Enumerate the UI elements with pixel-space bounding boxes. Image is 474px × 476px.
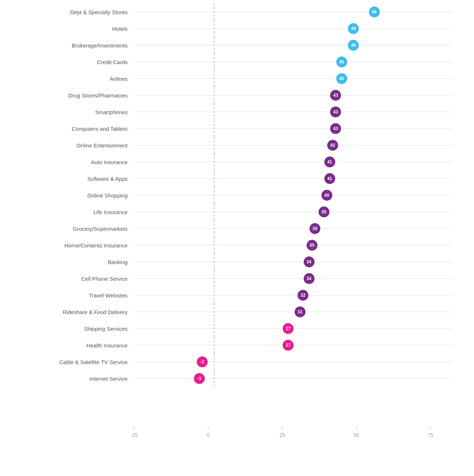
- chart-row: Cable & Satellite TV Service-2: [0, 354, 474, 370]
- row-label: Life Insurance: [0, 209, 134, 215]
- zero-dashed-line: [214, 87, 215, 104]
- chart-row: Home/Contents Insurance35: [0, 237, 474, 254]
- value-dot: 32: [298, 290, 308, 301]
- zero-dashed-line: [214, 154, 215, 170]
- row-label: Computers and Tablets: [0, 126, 134, 132]
- row-bg-line: [134, 262, 452, 262]
- value-dot: 43: [330, 90, 341, 101]
- row-bg-line: [134, 295, 452, 296]
- row-label: Credit Cards: [0, 59, 134, 65]
- row-label: Brokerage/Investments: [0, 42, 134, 49]
- row-bg-line: [134, 279, 452, 279]
- value-dot: 34: [304, 273, 315, 284]
- zero-dashed-line: [214, 104, 215, 120]
- row-label: Software & Apps: [0, 176, 134, 182]
- row-label: Online Entertainment: [0, 142, 134, 149]
- row-label: Dept & Specialty Stores: [0, 9, 134, 15]
- zero-dashed-line: [214, 270, 215, 287]
- row-label: Grocery/Supermarkets: [0, 226, 134, 232]
- value-dot: 34: [304, 256, 315, 267]
- chart-row: Banking34: [0, 254, 474, 270]
- value-dot: 49: [348, 23, 359, 34]
- zero-dashed-line: [214, 370, 215, 387]
- zero-dashed-line: [214, 320, 215, 337]
- zero-dashed-line: [214, 237, 215, 254]
- value-dot: 40: [321, 190, 332, 201]
- zero-dashed-line: [214, 4, 215, 20]
- chart-row: Software & Apps41: [0, 170, 474, 187]
- chart-row: Dept & Specialty Stores56: [0, 4, 474, 20]
- chart-row: Shipping Services27: [0, 320, 474, 337]
- row-bg-line: [134, 95, 452, 96]
- zero-dashed-line: [214, 37, 215, 54]
- zero-dashed-line: [214, 220, 215, 237]
- chart-row: Grocery/Supermarkets36: [0, 220, 474, 237]
- row-bg-line: [134, 79, 452, 79]
- row-bg-line: [134, 145, 452, 146]
- row-bg-line: [134, 29, 452, 29]
- zero-dashed-line: [214, 287, 215, 304]
- zero-dashed-line: [214, 70, 215, 87]
- zero-dashed-line: [214, 120, 215, 137]
- row-label: Rideshare & Food Delivery: [0, 309, 134, 315]
- value-dot: 42: [327, 140, 338, 151]
- zero-dashed-line: [214, 187, 215, 204]
- row-bg-line: [134, 112, 452, 112]
- chart-row: Life Insurance39: [0, 204, 474, 220]
- row-label: Airlines: [0, 76, 134, 82]
- row-label: Cell Phone Service: [0, 276, 134, 282]
- zero-dashed-line: [214, 54, 215, 70]
- row-label: Health Insurance: [0, 342, 134, 348]
- chart-row: Auto Insurance41: [0, 154, 474, 170]
- row-bg-line: [134, 129, 452, 129]
- chart-row: Computers and Tablets43: [0, 120, 474, 137]
- row-bg-line: [134, 379, 452, 379]
- zero-dashed-line: [214, 204, 215, 220]
- row-label: Smartphones: [0, 109, 134, 115]
- value-dot: 45: [336, 73, 347, 84]
- row-bg-line: [134, 362, 452, 362]
- zero-dashed-line: [214, 304, 215, 320]
- row-label: Hotels: [0, 26, 134, 32]
- row-label: Cable & Satellite TV Service: [0, 359, 134, 365]
- chart-row: Smartphones43: [0, 104, 474, 120]
- row-label: Drug Stores/Pharmacies: [0, 92, 134, 99]
- row-label: Travel Websites: [0, 292, 134, 298]
- row-bg-line: [134, 245, 452, 246]
- chart-container: -250255075 Dept & Specialty Stores56Hote…: [0, 0, 474, 476]
- row-bg-line: [134, 45, 452, 46]
- value-dot: -2: [197, 356, 208, 367]
- row-label: Banking: [0, 259, 134, 265]
- value-dot: 49: [348, 40, 359, 51]
- chart-row: Online Shopping40: [0, 187, 474, 204]
- value-dot: 56: [369, 7, 380, 17]
- row-bg-line: [134, 312, 452, 312]
- chart-row: Cell Phone Service34: [0, 270, 474, 287]
- row-bg-line: [134, 212, 452, 212]
- row-bg-line: [134, 179, 452, 179]
- chart-row: Airlines45: [0, 70, 474, 87]
- zero-dashed-line: [214, 137, 215, 154]
- value-dot: 36: [309, 223, 320, 234]
- value-dot: 43: [330, 107, 341, 117]
- zero-dashed-line: [214, 170, 215, 187]
- row-label: Home/Contents Insurance: [0, 242, 134, 249]
- row-bg-line: [134, 62, 452, 62]
- row-label: Shipping Services: [0, 326, 134, 332]
- chart-row: Credit Cards45: [0, 54, 474, 70]
- value-dot: 41: [324, 156, 335, 167]
- zero-dashed-line: [214, 254, 215, 270]
- chart-row: Brokerage/Investments49: [0, 37, 474, 54]
- chart-row: Drug Stores/Pharmacies43: [0, 87, 474, 104]
- value-dot: -3: [194, 373, 205, 384]
- value-dot: 41: [324, 173, 335, 184]
- chart-row: Hotels49: [0, 20, 474, 37]
- chart-row: Travel Websites32: [0, 287, 474, 304]
- value-dot: 43: [330, 123, 341, 134]
- value-dot: 39: [319, 206, 329, 217]
- value-dot: 27: [283, 323, 294, 334]
- zero-dashed-line: [214, 337, 215, 354]
- value-dot: 35: [307, 240, 317, 251]
- value-dot: 31: [295, 306, 305, 317]
- chart-row: Internet Service-3: [0, 370, 474, 387]
